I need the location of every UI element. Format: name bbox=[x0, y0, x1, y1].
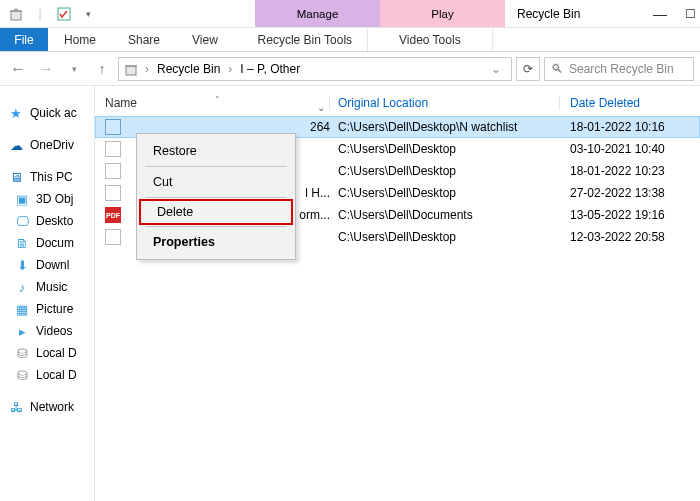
image-file-icon bbox=[105, 119, 121, 135]
nav-bar: ← → ▾ ↑ › Recycle Bin › I – P, Other ⌄ ⟳… bbox=[0, 52, 700, 86]
file-tab[interactable]: File bbox=[0, 28, 48, 51]
address-bar[interactable]: › Recycle Bin › I – P, Other ⌄ bbox=[118, 57, 512, 81]
recycle-bin-tools-tab[interactable]: Recycle Bin Tools bbox=[243, 28, 368, 51]
recycle-bin-icon bbox=[8, 6, 24, 22]
video-tools-tab[interactable]: Video Tools bbox=[368, 28, 493, 51]
home-tab[interactable]: Home bbox=[48, 28, 112, 51]
sidebar-network[interactable]: 🖧 Network bbox=[0, 396, 94, 418]
file-name: l H... bbox=[305, 186, 330, 200]
refresh-button[interactable]: ⟳ bbox=[516, 57, 540, 81]
window-controls: — ☐ bbox=[653, 0, 696, 28]
column-dropdown-icon[interactable]: ⌄ bbox=[317, 102, 325, 113]
breadcrumb-folder[interactable]: I – P, Other bbox=[238, 62, 302, 76]
context-restore[interactable]: Restore bbox=[137, 138, 295, 164]
context-separator bbox=[145, 166, 287, 167]
context-cut[interactable]: Cut bbox=[137, 169, 295, 195]
column-date-deleted[interactable]: Date Deleted bbox=[560, 96, 700, 110]
manage-context-tab[interactable]: Manage bbox=[255, 0, 380, 27]
up-button[interactable]: ↑ bbox=[90, 57, 114, 81]
play-context-tab[interactable]: Play bbox=[380, 0, 505, 27]
sidebar-this-pc[interactable]: 🖥 This PC bbox=[0, 166, 94, 188]
recent-locations-dropdown[interactable]: ▾ bbox=[62, 57, 86, 81]
network-icon: 🖧 bbox=[8, 399, 24, 415]
sidebar-videos[interactable]: ▸ Videos bbox=[0, 320, 94, 342]
text-file-icon bbox=[105, 229, 121, 245]
file-date-deleted: 12-03-2022 20:58 bbox=[560, 230, 700, 244]
file-original-location: C:\Users\Dell\Desktop bbox=[330, 142, 560, 156]
sidebar-item-label: Music bbox=[36, 280, 67, 294]
file-original-location: C:\Users\Dell\Desktop\N watchlist bbox=[330, 120, 560, 134]
sidebar-local-disk-1[interactable]: ⛁ Local D bbox=[0, 342, 94, 364]
file-original-location: C:\Users\Dell\Documents bbox=[330, 208, 560, 222]
text-file-icon bbox=[105, 185, 121, 201]
address-history-dropdown[interactable]: ⌄ bbox=[485, 62, 507, 76]
context-menu: Restore Cut Delete Properties bbox=[136, 133, 296, 260]
star-icon: ★ bbox=[8, 105, 24, 121]
column-original-location[interactable]: Original Location bbox=[330, 96, 560, 110]
sidebar-item-label: Picture bbox=[36, 302, 73, 316]
forward-button[interactable]: → bbox=[34, 57, 58, 81]
search-placeholder: Search Recycle Bin bbox=[569, 62, 674, 76]
svg-rect-2 bbox=[126, 66, 136, 75]
title-bar: | ▾ Manage Play Recycle Bin — ☐ bbox=[0, 0, 700, 28]
sidebar-item-label: 3D Obj bbox=[36, 192, 73, 206]
svg-rect-0 bbox=[11, 11, 21, 20]
back-button[interactable]: ← bbox=[6, 57, 30, 81]
sidebar-desktop[interactable]: 🖵 Deskto bbox=[0, 210, 94, 232]
cube-icon: ▣ bbox=[14, 191, 30, 207]
navigation-pane: ★ Quick ac ☁ OneDriv 🖥 This PC ▣ 3D Obj … bbox=[0, 86, 95, 501]
sidebar-item-label: Videos bbox=[36, 324, 72, 338]
qat-separator: | bbox=[32, 6, 48, 22]
sidebar-local-disk-2[interactable]: ⛁ Local D bbox=[0, 364, 94, 386]
chevron-right-icon[interactable]: › bbox=[143, 62, 151, 76]
sidebar-item-label: This PC bbox=[30, 170, 73, 184]
quick-access-toolbar: | ▾ bbox=[0, 0, 255, 27]
chevron-right-icon[interactable]: › bbox=[226, 62, 234, 76]
column-label: Name bbox=[105, 96, 137, 110]
file-date-deleted: 27-02-2022 13:38 bbox=[560, 186, 700, 200]
share-tab[interactable]: Share bbox=[112, 28, 176, 51]
file-original-location: C:\Users\Dell\Desktop bbox=[330, 186, 560, 200]
file-name: 264 bbox=[310, 120, 330, 134]
sidebar-item-label: Quick ac bbox=[30, 106, 77, 120]
sidebar-item-label: Network bbox=[30, 400, 74, 414]
sidebar-documents[interactable]: 🗎 Docum bbox=[0, 232, 94, 254]
file-date-deleted: 18-01-2022 10:16 bbox=[560, 120, 700, 134]
sort-ascending-icon: ˄ bbox=[215, 95, 220, 105]
context-properties[interactable]: Properties bbox=[137, 229, 295, 255]
drive-icon: ⛁ bbox=[14, 367, 30, 383]
search-box[interactable]: 🔍︎ Search Recycle Bin bbox=[544, 57, 694, 81]
file-date-deleted: 18-01-2022 10:23 bbox=[560, 164, 700, 178]
sidebar-downloads[interactable]: ⬇ Downl bbox=[0, 254, 94, 276]
minimize-button[interactable]: — bbox=[653, 6, 667, 22]
sidebar-3d-objects[interactable]: ▣ 3D Obj bbox=[0, 188, 94, 210]
qat-dropdown-icon[interactable]: ▾ bbox=[80, 6, 96, 22]
sidebar-item-label: Docum bbox=[36, 236, 74, 250]
desktop-icon: 🖵 bbox=[14, 213, 30, 229]
column-headers: Name ˄ ⌄ Original Location Date Deleted bbox=[95, 90, 700, 116]
sidebar-item-label: Downl bbox=[36, 258, 69, 272]
cloud-icon: ☁ bbox=[8, 137, 24, 153]
breadcrumb-recycle-bin[interactable]: Recycle Bin bbox=[155, 62, 222, 76]
file-date-deleted: 03-10-2021 10:40 bbox=[560, 142, 700, 156]
search-icon: 🔍︎ bbox=[551, 62, 563, 76]
sidebar-onedrive[interactable]: ☁ OneDriv bbox=[0, 134, 94, 156]
video-icon: ▸ bbox=[14, 323, 30, 339]
qat-properties-icon[interactable] bbox=[56, 6, 72, 22]
music-icon: ♪ bbox=[14, 279, 30, 295]
file-original-location: C:\Users\Dell\Desktop bbox=[330, 164, 560, 178]
drive-icon: ⛁ bbox=[14, 345, 30, 361]
file-name: orm... bbox=[299, 208, 330, 222]
monitor-icon: 🖥 bbox=[8, 169, 24, 185]
sidebar-pictures[interactable]: ▦ Picture bbox=[0, 298, 94, 320]
column-name[interactable]: Name ˄ ⌄ bbox=[105, 96, 330, 110]
view-tab[interactable]: View bbox=[176, 28, 234, 51]
sidebar-music[interactable]: ♪ Music bbox=[0, 276, 94, 298]
main-area: ★ Quick ac ☁ OneDriv 🖥 This PC ▣ 3D Obj … bbox=[0, 86, 700, 501]
picture-icon: ▦ bbox=[14, 301, 30, 317]
text-file-icon bbox=[105, 141, 121, 157]
context-delete[interactable]: Delete bbox=[139, 199, 293, 225]
context-separator bbox=[145, 197, 287, 198]
sidebar-quick-access[interactable]: ★ Quick ac bbox=[0, 102, 94, 124]
maximize-button[interactable]: ☐ bbox=[685, 7, 696, 21]
